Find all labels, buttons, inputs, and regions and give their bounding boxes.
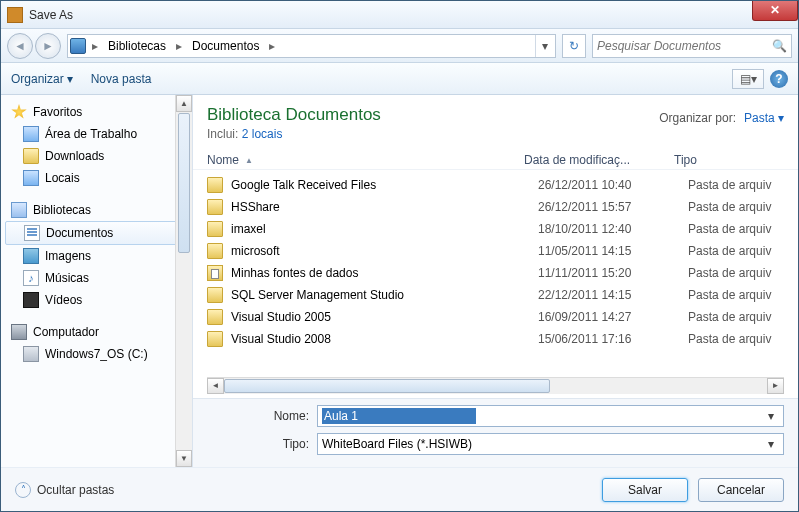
file-row[interactable]: microsoft11/05/2011 14:15Pasta de arquiv	[207, 240, 798, 262]
breadcrumb[interactable]: ▸ Bibliotecas ▸ Documentos ▸ ▾	[67, 34, 556, 58]
search-icon[interactable]: 🔍	[772, 39, 787, 53]
libraries-icon	[11, 202, 27, 218]
file-row[interactable]: imaxel18/10/2011 12:40Pasta de arquiv	[207, 218, 798, 240]
back-icon: ◄	[14, 39, 26, 53]
places-icon	[23, 170, 39, 186]
chevron-icon[interactable]: ▸	[88, 39, 102, 53]
filename-input[interactable]	[322, 408, 476, 424]
file-type: Pasta de arquiv	[688, 266, 798, 280]
drive-icon	[23, 346, 39, 362]
col-date[interactable]: Data de modificaç...	[524, 153, 674, 167]
organize-label: Organizar	[11, 72, 64, 86]
back-button[interactable]: ◄	[7, 33, 33, 59]
sidebar-libraries[interactable]: Bibliotecas	[1, 199, 192, 221]
help-button[interactable]: ?	[770, 70, 788, 88]
horizontal-scrollbar[interactable]: ◄ ►	[207, 377, 784, 394]
close-button[interactable]: ✕	[752, 1, 798, 21]
sidebar-scrollbar[interactable]: ▲ ▼	[175, 95, 192, 467]
search-box[interactable]: 🔍	[592, 34, 792, 58]
filetype-input[interactable]	[322, 437, 763, 451]
new-folder-button[interactable]: Nova pasta	[91, 72, 152, 86]
search-input[interactable]	[597, 39, 772, 53]
sidebar-item-videos[interactable]: Vídeos	[1, 289, 192, 311]
filetype-combo[interactable]: ▾	[317, 433, 784, 455]
organize-button[interactable]: Organizar ▾	[11, 72, 73, 86]
desktop-icon	[23, 126, 39, 142]
folder-icon	[207, 331, 223, 347]
file-date: 15/06/2011 17:16	[538, 332, 688, 346]
view-options: ▤▾ ?	[732, 69, 788, 89]
forward-button[interactable]: ►	[35, 33, 61, 59]
sidebar: Favoritos Área de Trabalho Downloads Loc…	[1, 95, 193, 467]
dropdown-icon[interactable]: ▾	[763, 437, 779, 451]
nav-bar: ◄ ► ▸ Bibliotecas ▸ Documentos ▸ ▾ ↻ 🔍	[1, 29, 798, 63]
breadcrumb-seg[interactable]: Bibliotecas	[104, 37, 170, 55]
dropdown-icon[interactable]: ▾	[763, 409, 779, 423]
main-header: Biblioteca Documentos Inclui: 2 locais O…	[193, 95, 798, 147]
file-row[interactable]: HSShare26/12/2011 15:57Pasta de arquiv	[207, 196, 798, 218]
hide-folders-button[interactable]: ˄ Ocultar pastas	[15, 482, 114, 498]
file-name: imaxel	[231, 222, 538, 236]
sidebar-item-documents[interactable]: Documentos	[5, 221, 188, 245]
cancel-button[interactable]: Cancelar	[698, 478, 784, 502]
scroll-thumb[interactable]	[178, 113, 190, 253]
sidebar-favorites[interactable]: Favoritos	[1, 101, 192, 123]
scroll-down-button[interactable]: ▼	[176, 450, 192, 467]
name-label: Nome:	[207, 409, 317, 423]
library-subtitle: Inclui: 2 locais	[207, 127, 659, 141]
sidebar-item-desktop[interactable]: Área de Trabalho	[1, 123, 192, 145]
chevron-icon[interactable]: ▸	[265, 39, 279, 53]
star-icon	[11, 104, 27, 120]
col-type[interactable]: Tipo	[674, 153, 784, 167]
filename-combo[interactable]: ▾	[317, 405, 784, 427]
file-date: 26/12/2011 10:40	[538, 178, 688, 192]
file-row[interactable]: Google Talk Received Files26/12/2011 10:…	[207, 174, 798, 196]
file-row[interactable]: SQL Server Management Studio22/12/2011 1…	[207, 284, 798, 306]
folder-icon	[207, 177, 223, 193]
locations-link[interactable]: 2 locais	[242, 127, 283, 141]
file-type: Pasta de arquiv	[688, 310, 798, 324]
arrange-by: Organizar por: Pasta ▾	[659, 105, 784, 125]
file-name: HSShare	[231, 200, 538, 214]
toolbar: Organizar ▾ Nova pasta ▤▾ ?	[1, 63, 798, 95]
dialog-body: Favoritos Área de Trabalho Downloads Loc…	[1, 95, 798, 467]
scroll-track[interactable]	[224, 378, 767, 394]
folder-icon	[207, 199, 223, 215]
refresh-button[interactable]: ↻	[562, 34, 586, 58]
file-date: 11/11/2011 15:20	[538, 266, 688, 280]
sidebar-computer[interactable]: Computador	[1, 321, 192, 343]
col-name[interactable]: Nome▲	[207, 153, 524, 167]
folder-icon	[207, 287, 223, 303]
sidebar-item-drive-c[interactable]: Windows7_OS (C:)	[1, 343, 192, 365]
scroll-right-button[interactable]: ►	[767, 378, 784, 394]
save-fields: Nome: ▾ Tipo: ▾	[193, 398, 798, 467]
scroll-thumb[interactable]	[224, 379, 550, 393]
folder-icon	[207, 221, 223, 237]
scroll-left-button[interactable]: ◄	[207, 378, 224, 394]
library-title: Biblioteca Documentos	[207, 105, 659, 125]
folder-icon	[207, 309, 223, 325]
column-headers: Nome▲ Data de modificaç... Tipo	[193, 147, 798, 170]
file-row[interactable]: Visual Studio 200815/06/2011 17:16Pasta …	[207, 328, 798, 350]
save-button[interactable]: Salvar	[602, 478, 688, 502]
image-icon	[23, 248, 39, 264]
file-row[interactable]: Minhas fontes de dados11/11/2011 15:20Pa…	[207, 262, 798, 284]
file-type: Pasta de arquiv	[688, 288, 798, 302]
file-row[interactable]: Visual Studio 200516/09/2011 14:27Pasta …	[207, 306, 798, 328]
sidebar-item-music[interactable]: ♪Músicas	[1, 267, 192, 289]
breadcrumb-dropdown[interactable]: ▾	[535, 35, 553, 57]
file-date: 16/09/2011 14:27	[538, 310, 688, 324]
breadcrumb-seg[interactable]: Documentos	[188, 37, 263, 55]
file-type: Pasta de arquiv	[688, 332, 798, 346]
folder-icon	[207, 243, 223, 259]
view-icon: ▤	[740, 72, 751, 86]
scroll-up-button[interactable]: ▲	[176, 95, 192, 112]
view-mode-button[interactable]: ▤▾	[732, 69, 764, 89]
sidebar-item-downloads[interactable]: Downloads	[1, 145, 192, 167]
sidebar-item-locais[interactable]: Locais	[1, 167, 192, 189]
arrange-value[interactable]: Pasta ▾	[744, 111, 784, 125]
sidebar-item-images[interactable]: Imagens	[1, 245, 192, 267]
caret-icon: ▾	[67, 72, 73, 86]
file-name: SQL Server Management Studio	[231, 288, 538, 302]
chevron-icon[interactable]: ▸	[172, 39, 186, 53]
